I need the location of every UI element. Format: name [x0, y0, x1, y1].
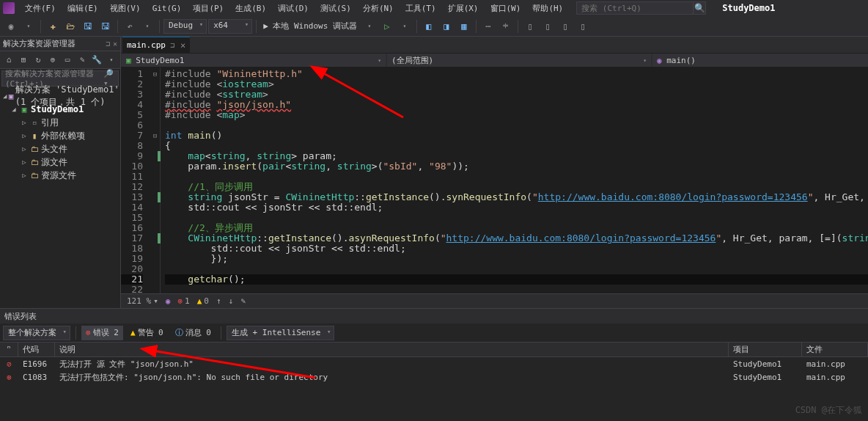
- start-debug-button[interactable]: ▶ 本地 Windows 调试器: [260, 21, 360, 32]
- tree-item[interactable]: ▷🗀源文件: [0, 155, 120, 169]
- errors-filter-button[interactable]: ⊗错误 2: [81, 326, 123, 340]
- error-icon: ⊗: [177, 296, 183, 306]
- error-row[interactable]: ⊘E1696无法打开 源 文件 "json/json.h"StudyDemo1m…: [0, 357, 868, 370]
- scope-filter[interactable]: 整个解决方案: [3, 326, 70, 340]
- vs-logo-icon: [3, 2, 15, 14]
- solution-name: StudyDemo1: [722, 3, 775, 13]
- nav-back-icon[interactable]: ◉: [3, 18, 19, 34]
- tree-item[interactable]: ▷▮外部依赖项: [0, 129, 120, 142]
- menu-item[interactable]: 工具(T): [401, 3, 441, 14]
- dropdown-icon[interactable]: ▾: [361, 18, 378, 34]
- menu-item[interactable]: Git(G): [148, 4, 186, 13]
- tool-icon[interactable]: ▯: [522, 18, 538, 34]
- editor-area: main.cpp ⊐ × ▣ StudyDemo1▾ (全局范围)▾ ◉ mai…: [121, 37, 868, 308]
- solution-tree: ◢▣解决方案 'StudyDemo1' (1 个项目，共 1 个) ◢▣Stud…: [0, 88, 120, 183]
- menu-item[interactable]: 项目(P): [188, 3, 228, 14]
- messages-filter-button[interactable]: ⓘ消息 0: [171, 326, 216, 340]
- start-no-debug-icon[interactable]: ▷: [379, 18, 395, 34]
- open-icon[interactable]: 🗁: [62, 18, 78, 34]
- menu-item[interactable]: 扩展(X): [444, 3, 483, 14]
- tree-item[interactable]: ▷🗀头文件: [0, 142, 120, 155]
- menu-item[interactable]: 测试(S): [316, 3, 356, 14]
- zoom-level[interactable]: 121 % ▾: [127, 296, 158, 306]
- solution-node[interactable]: ◢▣解决方案 'StudyDemo1' (1 个项目，共 1 个): [0, 89, 120, 103]
- wrench-icon[interactable]: 🔧: [91, 54, 103, 66]
- code-editor[interactable]: 1234567891011121314151617181920212223 ⊟⊟…: [121, 67, 868, 293]
- panel-title: 解决方案资源管理器: [3, 38, 76, 49]
- nav-down-icon[interactable]: ↓: [229, 296, 234, 306]
- panel-title: 错误列表: [4, 311, 37, 322]
- breadcrumb-bar: ▣ StudyDemo1▾ (全局范围)▾ ◉ main()▾: [121, 53, 868, 67]
- menu-item[interactable]: 窗口(W): [486, 3, 526, 14]
- menu-item[interactable]: 视图(V): [106, 3, 145, 14]
- home-icon[interactable]: ⌂: [3, 54, 15, 66]
- tool-icon[interactable]: ⊕: [47, 54, 59, 66]
- watermark: CSDN @在下令狐: [795, 404, 862, 417]
- menu-item[interactable]: 调试(D): [273, 3, 313, 14]
- build-filter[interactable]: 生成 + IntelliSense: [227, 326, 334, 340]
- close-icon[interactable]: ×: [180, 40, 185, 51]
- tool-icon[interactable]: ◧: [421, 18, 437, 34]
- menu-item[interactable]: 帮助(H): [528, 3, 567, 14]
- dropdown-icon[interactable]: ▾: [397, 18, 413, 34]
- close-icon[interactable]: ✕: [113, 40, 117, 48]
- warning-icon: ▲: [197, 296, 202, 306]
- tool-icon[interactable]: ⋯: [480, 18, 496, 34]
- editor-tabs: main.cpp ⊐ ×: [121, 37, 868, 53]
- crumb-project[interactable]: ▣ StudyDemo1▾: [122, 54, 386, 67]
- tool-icon[interactable]: ▦: [456, 18, 472, 34]
- nav-up-icon[interactable]: ↑: [216, 296, 221, 306]
- error-table: ⁿ 代码 说明 项目 文件 ⊘E1696无法打开 源 文件 "json/json…: [0, 343, 868, 421]
- editor-status-bar: 121 % ▾ ◉ ⊗ 1 ▲ 0 ↑ ↓ ✎: [121, 293, 868, 308]
- table-header: ⁿ 代码 说明 项目 文件: [0, 343, 868, 357]
- save-all-icon[interactable]: 🖫: [98, 18, 114, 34]
- tree-item[interactable]: ▷▫引用: [0, 116, 120, 129]
- save-icon[interactable]: 🖫: [80, 18, 96, 34]
- redo-dropdown-icon[interactable]: ▾: [139, 18, 155, 34]
- refresh-icon[interactable]: ↻: [32, 54, 44, 66]
- toolbar: ◉ ▾ ✚ 🗁 🖫 🖫 ↶ ▾ Debug x64 ▶ 本地 Windows 调…: [0, 16, 868, 37]
- tree-item[interactable]: ▷🗀资源文件: [0, 169, 120, 182]
- search-icon[interactable]: 🔍: [693, 1, 706, 15]
- pin-icon[interactable]: ⊐: [170, 41, 174, 49]
- dropdown-icon[interactable]: ▾: [106, 54, 117, 66]
- menu-item[interactable]: 分析(N): [358, 3, 398, 14]
- tool-icon[interactable]: ▯: [540, 18, 556, 34]
- dropdown-icon[interactable]: ▾: [21, 18, 37, 34]
- menu-item[interactable]: 生成(B): [231, 3, 271, 14]
- status-icon[interactable]: ◉: [166, 296, 171, 306]
- menu-bar: 文件(F)编辑(E)视图(V)Git(G)项目(P)生成(B)调试(D)测试(S…: [0, 0, 868, 16]
- crumb-function[interactable]: ◉ main()▾: [652, 54, 868, 67]
- tool-icon[interactable]: ⊞: [18, 54, 29, 66]
- menu-item[interactable]: 文件(F): [21, 3, 60, 14]
- tool-icon[interactable]: ✎: [76, 54, 88, 66]
- tool-icon[interactable]: ◨: [438, 18, 455, 34]
- config-combo[interactable]: Debug: [163, 19, 207, 34]
- warnings-filter-button[interactable]: ▲警告 0: [126, 326, 168, 340]
- error-list-panel: 错误列表 整个解决方案 ⊗错误 2 ▲警告 0 ⓘ消息 0 生成 + Intel…: [0, 308, 868, 421]
- solution-explorer-panel: 解决方案资源管理器 ⊐ ✕ ⌂ ⊞ ↻ ⊕ ▭ ✎ 🔧 ▾ 搜索解决方案资源管理…: [0, 37, 121, 308]
- error-row[interactable]: ⊗C1083无法打开包括文件: "json/json.h": No such f…: [0, 370, 868, 384]
- tool-icon[interactable]: ✎: [240, 296, 246, 306]
- tab-main-cpp[interactable]: main.cpp ⊐ ×: [122, 37, 190, 53]
- tool-icon[interactable]: ⫩: [498, 18, 514, 34]
- pin-icon[interactable]: ⊐: [106, 40, 110, 48]
- search-input[interactable]: [576, 1, 694, 15]
- platform-combo[interactable]: x64: [208, 19, 252, 34]
- tool-icon[interactable]: ▭: [62, 54, 73, 66]
- undo-icon[interactable]: ↶: [122, 18, 138, 34]
- menu-item[interactable]: 编辑(E): [63, 3, 103, 14]
- new-icon[interactable]: ✚: [45, 18, 61, 34]
- tool-icon[interactable]: ▯: [557, 18, 573, 34]
- crumb-scope[interactable]: (全局范围)▾: [387, 54, 651, 67]
- tool-icon[interactable]: ▯: [575, 18, 591, 34]
